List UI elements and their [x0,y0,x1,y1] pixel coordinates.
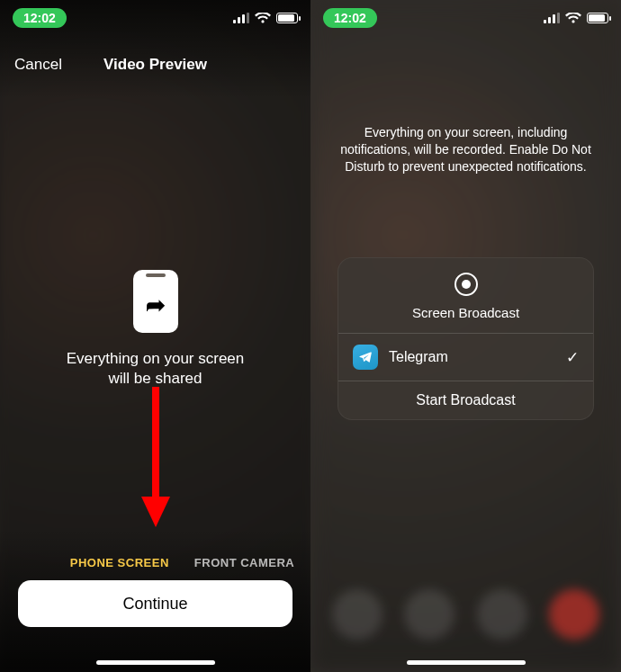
svg-rect-1 [238,17,240,23]
cellular-icon [544,13,560,23]
status-right [544,13,608,23]
checkmark-icon: ✓ [566,348,579,367]
annotation-red-arrow-icon [138,387,174,531]
svg-rect-9 [557,13,560,23]
sheet-title: Video Preview [104,56,207,74]
status-bar: 12:02 [310,5,621,31]
arrow-share-icon: ➦ [146,291,166,319]
phone-left-video-preview: 12:02 Cancel Video Preview ➦ Everything … [0,0,310,672]
battery-icon [276,13,298,23]
wifi-icon [565,13,581,23]
panel-header: Screen Broadcast [338,258,593,333]
record-icon [454,273,478,296]
svg-rect-2 [242,14,245,23]
svg-rect-8 [553,14,555,23]
home-indicator[interactable] [96,660,215,665]
svg-rect-7 [548,17,551,23]
share-description-line2: will be shared [109,370,202,387]
continue-button[interactable]: Continue [18,580,292,627]
share-info-block: ➦ Everything on your screen will be shar… [0,270,310,389]
telegram-app-icon [353,345,378,370]
phone-right-screen-broadcast: 12:02 Everything on your screen, includi… [310,0,621,672]
start-broadcast-button[interactable]: Start Broadcast [338,381,593,419]
share-description: Everything on your screen will be shared [67,349,245,389]
panel-title: Screen Broadcast [412,305,519,320]
status-time-pill[interactable]: 12:02 [323,8,377,28]
phone-share-icon: ➦ [133,270,178,333]
segment-phone-screen[interactable]: PHONE SCREEN [70,556,169,569]
screen-broadcast-panel: Screen Broadcast Telegram ✓ Start Broadc… [338,257,594,420]
svg-rect-3 [247,13,249,23]
status-right [233,13,298,23]
broadcast-app-row-telegram[interactable]: Telegram ✓ [338,333,593,381]
recording-warning-text: Everything on your screen, including not… [332,124,599,175]
wifi-icon [255,13,271,23]
home-indicator[interactable] [407,660,526,665]
svg-marker-5 [141,497,170,527]
start-broadcast-label: Start Broadcast [416,392,515,408]
svg-rect-6 [544,20,546,23]
battery-icon [587,13,608,23]
broadcast-app-name: Telegram [389,349,566,365]
share-description-line1: Everything on your screen [67,350,245,367]
status-bar: 12:02 [0,5,310,31]
sheet-header: Cancel Video Preview [0,49,310,81]
cancel-button[interactable]: Cancel [14,56,62,74]
status-time-pill[interactable]: 12:02 [13,8,67,28]
mode-segmented-row: PHONE SCREEN FRONT CAMERA [0,556,310,569]
segment-front-camera[interactable]: FRONT CAMERA [194,556,294,569]
svg-rect-0 [233,20,236,23]
cellular-icon [233,13,249,23]
